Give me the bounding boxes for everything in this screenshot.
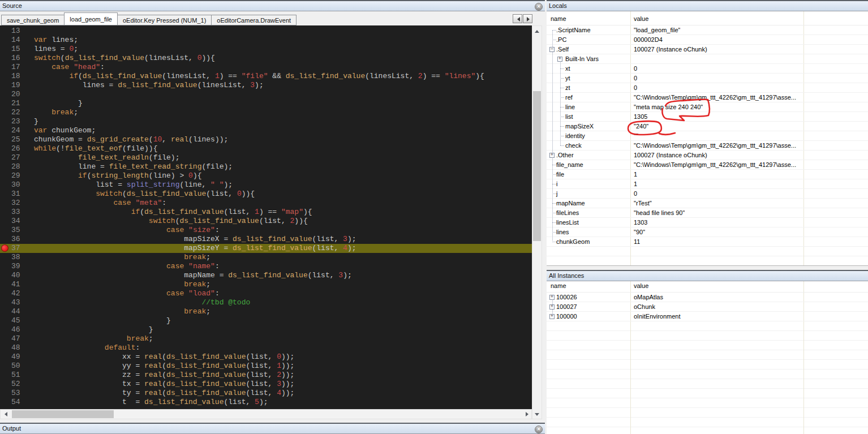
scroll-up-icon[interactable] (532, 26, 542, 35)
tab-strip: save_chunk_geomload_geom_fileoEditor.Key… (1, 12, 296, 25)
table-row[interactable]: yt0 (547, 74, 868, 83)
table-row[interactable]: linesList1303 (547, 218, 868, 227)
table-row[interactable]: file_name"C:\Windows\Temp\gm\gm_ttt_4226… (547, 160, 868, 170)
tab-scroll-left-icon[interactable] (513, 14, 522, 23)
var-value: 100027 (Instance oChunk) (634, 152, 707, 158)
table-row[interactable]: mapName"rTest" (547, 199, 868, 208)
source-panel: Source save_chunk_geomload_geom_fileoEdi… (0, 0, 545, 422)
code-line: 48 default: (0, 343, 532, 353)
scroll-right-icon[interactable] (522, 410, 531, 419)
code-line: 52 tx = real(ds_list_find_value(list, 3)… (0, 380, 532, 389)
code-line: 31 switch(ds_list_find_value(list, 0)){ (0, 190, 532, 199)
close-icon[interactable] (535, 426, 543, 433)
tab-2[interactable]: oEditor.Key Pressed (NUM_1) (117, 15, 212, 25)
var-value: 1 (634, 171, 637, 178)
scroll-left-icon[interactable] (1, 410, 10, 419)
tree-tick (552, 194, 556, 194)
horizontal-scrollbar-thumb[interactable] (12, 410, 114, 418)
vertical-scrollbar-thumb[interactable] (533, 91, 541, 241)
code-text: chunkGeom = ds_grid_create(10, real(line… (34, 135, 228, 144)
code-line: 22 break; (0, 108, 532, 117)
table-row[interactable]: xt0 (547, 64, 868, 74)
tab-scroll-right-icon[interactable] (523, 14, 532, 23)
table-row[interactable]: zt0 (547, 83, 868, 93)
table-row[interactable]: ref"C:\Windows\Temp\gm\gm_ttt_42262\gm_t… (547, 93, 868, 102)
var-name: yt (565, 75, 570, 81)
code-editor[interactable]: 1314var lines;15lines = 0;16switch(ds_li… (0, 25, 532, 409)
line-number: 40 (11, 271, 20, 280)
line-number: 15 (11, 45, 20, 54)
table-row[interactable]: −.Self100027 (Instance oChunk) (547, 45, 868, 54)
output-panel-header: Output (0, 423, 545, 434)
debug-watch-panel: Locals name value .ScriptName"load_geom_… (547, 0, 868, 434)
tree-tick (552, 30, 556, 31)
code-line: 46 } (0, 325, 532, 334)
tree-tick (552, 213, 556, 213)
table-row[interactable]: identity"" (547, 131, 868, 141)
table-row[interactable]: +100026oMapAtlas (547, 293, 868, 302)
breakpoint-icon[interactable] (1, 244, 8, 252)
table-row[interactable]: list1305 (547, 112, 868, 122)
tree-tick (560, 68, 564, 69)
code-text: if(string_length(line) > 0){ (34, 171, 202, 180)
var-name: chunkGeom (556, 238, 590, 245)
var-name: xt (565, 65, 570, 72)
tab-1[interactable]: load_geom_file (64, 12, 118, 25)
expand-icon[interactable]: + (557, 57, 562, 62)
table-row[interactable]: fileLines"head file lines 90" (547, 208, 868, 218)
table-row[interactable]: +100027oChunk (547, 302, 868, 312)
line-number: 47 (11, 334, 20, 343)
table-row[interactable]: file1 (547, 170, 868, 179)
var-value: "meta map size 240 240" (634, 104, 703, 110)
scroll-down-icon[interactable] (532, 410, 542, 419)
table-row[interactable]: chunkGeom11 (547, 237, 868, 247)
tree-tick (552, 184, 556, 184)
horizontal-scrollbar[interactable] (0, 409, 532, 419)
vertical-scrollbar[interactable] (532, 25, 542, 419)
table-row[interactable]: +.Other100027 (Instance oChunk) (547, 151, 868, 160)
instances-panel-header: All Instances (547, 270, 868, 281)
table-row[interactable]: j0 (547, 189, 868, 199)
line-number: 28 (11, 162, 20, 171)
expand-icon[interactable]: + (549, 295, 555, 300)
code-line: 34 switch(ds_list_find_value(list, 2)){ (0, 217, 532, 226)
table-row[interactable]: .ScriptName"load_geom_file" (547, 25, 868, 35)
code-text: //tbd @todo (34, 298, 250, 307)
code-line: 40 mapName = ds_list_find_value(list, 3)… (0, 271, 532, 280)
var-value: "head file lines 90" (634, 209, 685, 216)
collapse-icon[interactable]: − (549, 47, 555, 52)
table-row[interactable]: check"C:\Windows\Temp\gm\gm_ttt_42262\gm… (547, 141, 868, 151)
table-row[interactable]: lines"90" (547, 227, 868, 237)
tab-3[interactable]: oEditorCamera.DrawEvent (211, 15, 297, 25)
code-text: mapSizeY = ds_list_find_value(list, 4); (34, 244, 356, 252)
expand-icon[interactable]: + (549, 304, 555, 310)
close-icon[interactable] (535, 3, 543, 11)
var-value: 0 (634, 75, 637, 81)
code-text: xx = real(ds_list_find_value(list, 0)); (34, 353, 294, 361)
table-row[interactable]: +100000oInitEnvironment (547, 312, 868, 321)
var-name: check (565, 142, 582, 149)
line-number: 23 (11, 117, 20, 126)
line-number: 33 (11, 208, 20, 217)
table-row[interactable]: +Built-In Vars (547, 54, 868, 64)
line-number: 20 (11, 90, 20, 99)
line-number: 13 (11, 27, 20, 36)
code-line: 23} (0, 117, 532, 126)
var-value: "C:\Windows\Temp\gm\gm_ttt_42262\gm_ttt_… (634, 142, 796, 149)
line-number: 24 (11, 126, 20, 135)
code-line: 30 list = split_string(line, " "); (0, 181, 532, 190)
table-row[interactable]: line"meta map size 240 240" (547, 102, 868, 112)
column-header-value: value (634, 15, 648, 22)
var-name: mapSizeX (565, 123, 594, 130)
var-name: 100000 (556, 313, 577, 320)
expand-icon[interactable]: + (549, 153, 555, 158)
expand-icon[interactable]: + (549, 314, 555, 319)
code-text: line = file_text_read_string(file); (34, 162, 233, 171)
table-row[interactable]: .PC000002D4 (547, 35, 868, 45)
var-name: list (565, 113, 573, 120)
tab-0[interactable]: save_chunk_geom (1, 15, 65, 25)
table-row[interactable]: i1 (547, 179, 868, 189)
var-name: lines (556, 229, 569, 235)
table-row[interactable]: mapSizeX"240" (547, 122, 868, 131)
line-number: 46 (11, 325, 20, 334)
